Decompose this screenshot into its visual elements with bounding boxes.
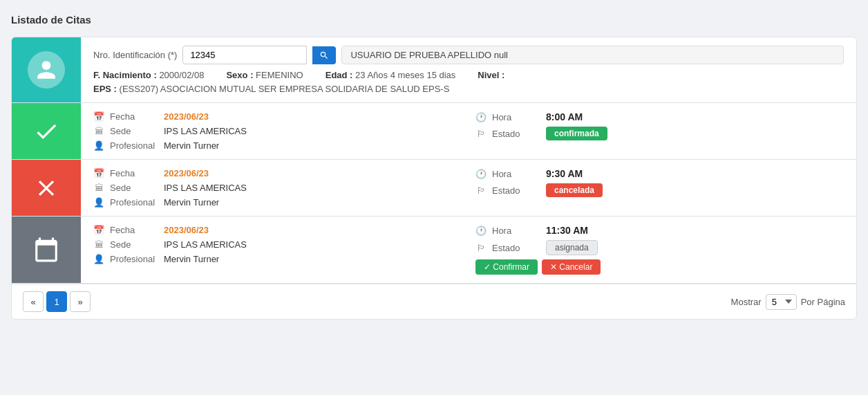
person-icon-1: 👤 [93, 140, 104, 151]
cancelar-button[interactable]: ✕ Cancelar [542, 259, 601, 275]
flag-icon-3: 🏳 [475, 243, 487, 253]
per-page-select[interactable]: 5 10 25 50 [766, 294, 797, 310]
nivel-field: Nivel : [478, 70, 504, 80]
sex-label: Sexo : [226, 70, 253, 80]
appt-profesional-3: 👤 Profesional Mervin Turner [93, 254, 462, 264]
nivel-label: Nivel : [478, 70, 504, 80]
appt-details-confirmed: 📅 Fecha 2023/06/23 🏛 Sede IPS LAS AMERIC… [81, 103, 856, 159]
per-page-label: Por Página [801, 297, 845, 307]
appt-sede-2: 🏛 Sede IPS LAS AMERICAS [93, 183, 462, 193]
clock-icon-2: 🕐 [475, 169, 487, 179]
current-page-button[interactable]: 1 [46, 291, 67, 312]
patient-search-row: Nro. Identificación (*) USUARIO DE PRUEB… [93, 46, 844, 64]
eps-value: (ESS207) ASOCIACION MUTUAL SER EMPRESA S… [120, 84, 450, 94]
appt-actions-3: ✓ Confirmar ✕ Cancelar [475, 259, 844, 275]
appt-col-left-1: 📅 Fecha 2023/06/23 🏛 Sede IPS LAS AMERIC… [93, 111, 462, 151]
flag-icon-2: 🏳 [475, 185, 487, 196]
calendar-small-icon-3: 📅 [93, 225, 104, 235]
appt-details-cancelled: 📅 Fecha 2023/06/23 🏛 Sede IPS LAS AMERIC… [81, 160, 856, 216]
appt-col-right-1: 🕐 Hora 8:00 AM 🏳 Estado confirmada [475, 111, 844, 151]
appt-hora-3: 🕐 Hora 11:30 AM [475, 225, 844, 236]
appt-hora-2: 🕐 Hora 9:30 AM [475, 168, 844, 179]
building-icon-1: 🏛 [93, 126, 104, 136]
confirmar-button[interactable]: ✓ Confirmar [475, 259, 538, 275]
appt-col-left-3: 📅 Fecha 2023/06/23 🏛 Sede IPS LAS AMERIC… [93, 225, 462, 275]
patient-avatar-box [12, 37, 81, 102]
appt-icon-cancelled [12, 160, 81, 216]
clock-icon-3: 🕐 [475, 226, 487, 236]
user-icon [35, 59, 57, 81]
age-value: 23 Años 4 meses 15 dias [355, 70, 455, 80]
sex-field: Sexo : FEMENINO [226, 70, 303, 80]
appt-estado-3: 🏳 Estado asignada [475, 240, 844, 255]
appt-fecha-2: 📅 Fecha 2023/06/23 [93, 168, 462, 178]
appt-details-assigned: 📅 Fecha 2023/06/23 🏛 Sede IPS LAS AMERIC… [81, 217, 856, 283]
birth-label: F. Nacimiento : [93, 70, 157, 80]
appt-col-right-2: 🕐 Hora 9:30 AM 🏳 Estado cancelada [475, 168, 844, 208]
patient-info: Nro. Identificación (*) USUARIO DE PRUEB… [81, 37, 856, 102]
appointment-row-confirmed: 📅 Fecha 2023/06/23 🏛 Sede IPS LAS AMERIC… [12, 103, 856, 160]
age-field: Edad : 23 Años 4 meses 15 dias [326, 70, 456, 80]
appt-col-left-2: 📅 Fecha 2023/06/23 🏛 Sede IPS LAS AMERIC… [93, 168, 462, 208]
page-title: Listado de Citas [11, 11, 857, 28]
appt-icon-confirmed [12, 103, 81, 159]
appt-sede-3: 🏛 Sede IPS LAS AMERICAS [93, 239, 462, 250]
appt-estado-2: 🏳 Estado cancelada [475, 183, 844, 197]
x-icon [33, 175, 59, 201]
eps-label: EPS : [93, 84, 117, 94]
status-badge-confirmed: confirmada [546, 127, 607, 140]
appointment-row-cancelled: 📅 Fecha 2023/06/23 🏛 Sede IPS LAS AMERIC… [12, 160, 856, 217]
patient-name-display: USUARIO DE PRUEBA APELLIDO null [341, 46, 844, 64]
birth-field: F. Nacimiento : 2000/02/08 [93, 70, 204, 80]
appt-profesional-1: 👤 Profesional Mervin Turner [93, 140, 462, 151]
next-page-button[interactable]: » [70, 291, 91, 312]
patient-header: Nro. Identificación (*) USUARIO DE PRUEB… [12, 37, 856, 103]
calendar-small-icon-1: 📅 [93, 111, 104, 122]
check-icon [33, 118, 59, 145]
status-badge-assigned: asignada [546, 240, 598, 255]
page-container: Listado de Citas Nro. Identificación (*) [11, 11, 857, 320]
building-icon-2: 🏛 [93, 183, 104, 193]
per-page-row: Mostrar 5 10 25 50 Por Página [731, 294, 845, 310]
avatar [28, 51, 65, 89]
pagination-bar: « 1 » Mostrar 5 10 25 50 Por Página [12, 284, 856, 319]
birth-value: 2000/02/08 [159, 70, 204, 80]
appt-hora-1: 🕐 Hora 8:00 AM [475, 111, 844, 122]
prev-page-button[interactable]: « [23, 291, 44, 312]
appt-icon-assigned [12, 217, 81, 283]
sex-value: FEMENINO [256, 70, 303, 80]
appt-fecha-1: 📅 Fecha 2023/06/23 [93, 111, 462, 122]
building-icon-3: 🏛 [93, 239, 104, 250]
appointment-row-assigned: 📅 Fecha 2023/06/23 🏛 Sede IPS LAS AMERIC… [12, 217, 856, 284]
calendar-icon [33, 237, 59, 263]
appt-estado-1: 🏳 Estado confirmada [475, 127, 844, 140]
id-label: Nro. Identificación (*) [93, 50, 177, 60]
mostrar-label: Mostrar [731, 297, 762, 307]
pagination-controls: « 1 » [23, 291, 91, 312]
patient-eps-row: EPS : (ESS207) ASOCIACION MUTUAL SER EMP… [93, 84, 844, 94]
patient-search-button[interactable] [312, 46, 336, 64]
appt-col-right-3: 🕐 Hora 11:30 AM 🏳 Estado asignada ✓ Conf… [475, 225, 844, 275]
patient-id-input[interactable] [182, 46, 307, 64]
clock-icon-1: 🕐 [475, 112, 487, 122]
status-badge-cancelled: cancelada [546, 183, 603, 197]
calendar-small-icon-2: 📅 [93, 168, 104, 178]
patient-details-row: F. Nacimiento : 2000/02/08 Sexo : FEMENI… [93, 70, 844, 80]
appt-sede-1: 🏛 Sede IPS LAS AMERICAS [93, 126, 462, 136]
age-label: Edad : [326, 70, 353, 80]
flag-icon-1: 🏳 [475, 129, 487, 139]
appt-fecha-3: 📅 Fecha 2023/06/23 [93, 225, 462, 235]
search-icon [319, 50, 329, 60]
person-icon-3: 👤 [93, 254, 104, 264]
main-card: Nro. Identificación (*) USUARIO DE PRUEB… [11, 37, 857, 320]
person-icon-2: 👤 [93, 197, 104, 208]
appt-profesional-2: 👤 Profesional Mervin Turner [93, 197, 462, 208]
